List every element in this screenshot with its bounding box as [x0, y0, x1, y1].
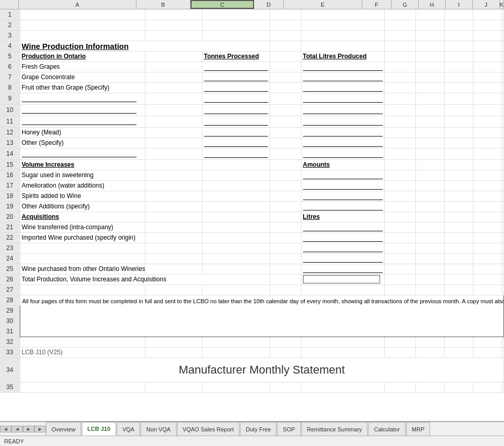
tab-bar: ◄ ◄ ► ► Overview LCB J10 VQA Non VQA VQA…	[0, 421, 504, 436]
table-row: 17 Amelioration (water additions)	[0, 180, 504, 191]
row-num: 33	[0, 347, 20, 357]
label-acquisitions: Acquisitions	[20, 212, 145, 222]
label-total-production: Total Production, Volume Increases and A…	[20, 274, 270, 284]
row-num: 13	[0, 138, 20, 148]
table-row: 21 Wine transferred (intra-company)	[0, 222, 504, 232]
label-honey-mead: Honey (Mead)	[20, 127, 145, 138]
tab-scroll-left[interactable]: ◄	[0, 426, 11, 432]
row-num: 10	[0, 104, 20, 116]
col-header-H: H	[419, 0, 446, 9]
row-num: 24	[0, 253, 20, 264]
tab-vqa[interactable]: VQA	[117, 422, 140, 436]
table-row: 23	[0, 243, 504, 253]
column-headers: A B C D E F G H I J K	[0, 0, 504, 9]
fruit-other-tonnes-input[interactable]	[272, 84, 299, 91]
label-spirits-added: Spirits added to Wine	[20, 191, 145, 201]
status-text: READY	[4, 438, 24, 444]
tab-scroll-left2[interactable]: ◄	[11, 426, 23, 432]
table-row: 10	[0, 104, 504, 116]
table-row: 6 Fresh Grapes	[0, 61, 504, 72]
row-num: 1	[0, 9, 20, 20]
table-row: 24	[0, 253, 504, 264]
tab-scroll-nav: ◄ ◄ ► ►	[0, 422, 46, 436]
table-row: 9	[0, 93, 504, 104]
row-num: 23	[0, 243, 20, 253]
row-num: 28	[0, 295, 20, 305]
row14-tonnes-input[interactable]	[272, 150, 299, 157]
row-num: 25	[0, 264, 20, 274]
row9-tonnes-input[interactable]	[272, 95, 299, 102]
row-num: 18	[0, 191, 20, 201]
table-row: 35	[0, 382, 504, 392]
col-header-row	[0, 0, 19, 9]
row-num: 27	[0, 284, 20, 295]
row11-tonnes-input[interactable]	[272, 118, 299, 125]
row-num: 5	[0, 51, 20, 61]
row-num: 16	[0, 170, 20, 180]
status-bar: READY	[0, 436, 504, 446]
other-tonnes-input[interactable]	[272, 139, 299, 146]
table-row: 5 Production in Ontario Tonnes Processed…	[0, 51, 504, 61]
tab-mrp[interactable]: MRP	[406, 422, 430, 436]
label-grape-concentrate: Grape Concentrate	[20, 72, 145, 82]
table-row: 11	[0, 116, 504, 127]
col-header-E: E	[284, 0, 362, 9]
tab-sop[interactable]: SOP	[277, 422, 300, 436]
table-row: 8 Fruit other than Grape (Specify)	[0, 82, 504, 93]
table-row: 12 Honey (Mead)	[0, 127, 504, 138]
col-header-B: B	[136, 0, 191, 9]
table-row: 34 Manufacturer Monthly Statement	[0, 357, 504, 382]
row10-tonnes-input[interactable]	[272, 106, 299, 114]
tab-remittance-summary[interactable]: Remittance Summary	[301, 422, 368, 436]
page-title: Wine Production Information	[20, 41, 270, 51]
row-num: 2	[0, 20, 20, 30]
tab-overview[interactable]: Overview	[46, 422, 81, 436]
label-fruit-other: Fruit other than Grape (Specify)	[20, 82, 145, 93]
fresh-grapes-tonnes-input[interactable]	[272, 63, 299, 70]
row-num: 20	[0, 212, 20, 222]
label-litres: Litres	[301, 212, 384, 222]
col-d-header: Tonnes Processed	[202, 51, 270, 61]
table-row: 26 Total Production, Volume Increases an…	[0, 274, 504, 284]
row-num: 8	[0, 82, 20, 93]
row-num: 3	[0, 30, 20, 41]
table-row: 33 LCB J10 (V25)	[0, 347, 504, 357]
sheet-table: 1 2	[0, 9, 504, 393]
row-num: 31	[0, 326, 20, 337]
tab-duty-free[interactable]: Duty Free	[240, 422, 276, 436]
row-num: 6	[0, 61, 20, 72]
table-row: 25 Wine purchased from other Ontario Win…	[0, 264, 504, 274]
label-amelioration: Amelioration (water additions)	[20, 180, 145, 191]
row-num: 22	[0, 232, 20, 243]
tab-scroll-right2[interactable]: ►	[34, 426, 46, 432]
label-imported-wine: Imported Wine purchased (specify origin)	[20, 232, 145, 243]
col-header-G: G	[392, 0, 419, 9]
table-row: 15 Volume Increases Amounts	[0, 159, 504, 170]
tab-vqao-sales-report[interactable]: VQAO Sales Report	[177, 422, 240, 436]
table-row: 1	[0, 9, 504, 20]
sheet-content: 1 2	[0, 9, 504, 421]
row-num: 17	[0, 180, 20, 191]
tab-scroll-right[interactable]: ►	[23, 426, 34, 432]
col-header-C: C	[191, 0, 255, 9]
col-header-F: F	[362, 0, 392, 9]
table-row: 27	[0, 284, 504, 295]
spreadsheet: A B C D E F G H I J K 1	[0, 0, 504, 421]
row-num: 21	[0, 222, 20, 232]
col-header-D: D	[254, 0, 284, 9]
row-num: 12	[0, 127, 20, 138]
tab-non-vqa[interactable]: Non VQA	[141, 422, 176, 436]
tab-lcb-j10[interactable]: LCB J10	[82, 422, 116, 436]
honey-mead-tonnes-input[interactable]	[272, 129, 299, 136]
label-fresh-grapes: Fresh Grapes	[20, 61, 145, 72]
label-wine-transferred: Wine transferred (intra-company)	[20, 222, 145, 232]
table-row: 13 Other (Specify)	[0, 138, 504, 148]
label-amounts: Amounts	[301, 159, 384, 170]
grape-concentrate-tonnes-input[interactable]	[272, 73, 299, 81]
table-row: 3	[0, 30, 504, 41]
tab-calculator[interactable]: Calculator	[368, 422, 406, 436]
row-num: 30	[0, 316, 20, 326]
row-num: 7	[0, 72, 20, 82]
total-production-box[interactable]	[303, 275, 380, 283]
row-num: 35	[0, 382, 20, 392]
